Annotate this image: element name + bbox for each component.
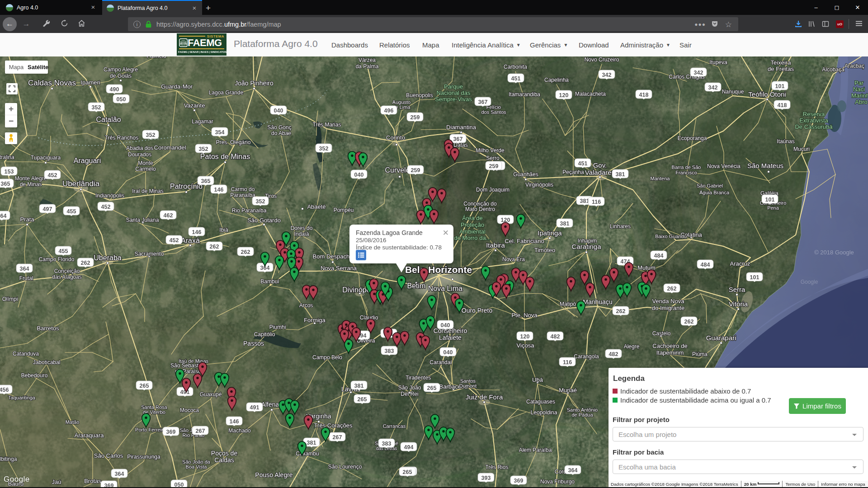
svg-text:040: 040	[441, 322, 450, 328]
svg-text:Lafaiete: Lafaiete	[439, 334, 462, 341]
svg-text:Uberlândia: Uberlândia	[62, 179, 100, 188]
svg-text:Abro: Abro	[855, 99, 867, 105]
svg-text:456: 456	[0, 387, 9, 393]
svg-text:Frutal: Frutal	[19, 275, 33, 282]
svg-text:050: 050	[117, 96, 126, 103]
svg-text:das Alagoas: das Alagoas	[52, 274, 81, 280]
svg-text:262: 262	[667, 286, 677, 292]
svg-text:101: 101	[765, 197, 775, 203]
svg-text:Novo Cruzeiro: Novo Cruzeiro	[585, 56, 619, 63]
svg-text:Serro: Serro	[486, 155, 500, 161]
svg-text:116: 116	[592, 199, 601, 205]
svg-text:Itabira: Itabira	[486, 241, 505, 249]
svg-text:Vazante: Vazante	[184, 102, 205, 109]
svg-text:Arcos: Arcos	[299, 302, 313, 309]
svg-text:Alcobaça: Alcobaça	[822, 66, 844, 73]
svg-text:Santa Juliana: Santa Juliana	[126, 217, 159, 223]
svg-text:Olímpi: Olímpi	[2, 296, 18, 302]
svg-text:451: 451	[578, 160, 588, 167]
svg-text:Águia Branca: Águia Branca	[699, 190, 730, 195]
svg-text:369: 369	[514, 478, 524, 484]
svg-text:Catalão: Catalão	[96, 116, 121, 123]
svg-text:Bom Despacho: Bom Despacho	[313, 253, 353, 260]
svg-text:381: 381	[580, 198, 590, 204]
svg-text:Betim: Betim	[407, 282, 426, 290]
svg-text:Gov.: Gov.	[593, 161, 607, 169]
svg-text:Milho Verde: Milho Verde	[476, 147, 505, 154]
svg-text:Del Rei: Del Rei	[401, 391, 418, 397]
svg-text:Mococa: Mococa	[180, 407, 199, 413]
svg-text:Três Marias: Três Marias	[313, 122, 341, 128]
svg-text:354: 354	[215, 129, 225, 136]
svg-text:482: 482	[551, 333, 560, 340]
svg-text:Carandaí: Carandaí	[429, 359, 452, 366]
svg-text:Virginópolis: Virginópolis	[525, 182, 553, 188]
svg-text:367: 367	[478, 99, 488, 105]
svg-text:496: 496	[384, 108, 394, 114]
svg-text:452: 452	[48, 172, 57, 178]
svg-text:Monte Alegre: Monte Alegre	[15, 175, 47, 182]
svg-text:Araguari: Araguari	[74, 157, 101, 164]
svg-text:Carangola: Carangola	[574, 353, 599, 360]
svg-text:Linhares: Linhares	[610, 223, 631, 230]
svg-text:Taquaritinga: Taquaritinga	[8, 395, 36, 400]
svg-text:Carmelo: Carmelo	[135, 166, 156, 172]
svg-text:Três Corações: Três Corações	[314, 422, 353, 429]
svg-text:494: 494	[404, 444, 414, 450]
svg-text:Aracruz: Aracruz	[730, 260, 750, 267]
svg-text:Inhapim: Inhapim	[578, 238, 597, 244]
svg-text:Caxambu: Caxambu	[296, 450, 319, 457]
svg-text:418: 418	[639, 92, 649, 98]
svg-text:265: 265	[358, 396, 367, 403]
svg-text:383: 383	[385, 348, 394, 354]
svg-text:Tupaciguara: Tupaciguara	[31, 155, 61, 161]
svg-text:Matão: Matão	[66, 419, 80, 425]
svg-text:342: 342	[708, 84, 718, 91]
svg-text:Teixeira: Teixeira	[771, 59, 792, 66]
svg-text:482: 482	[609, 351, 618, 357]
svg-text:484: 484	[701, 262, 710, 268]
svg-text:Cataguases: Cataguases	[526, 399, 555, 405]
svg-text:Francisco: Francisco	[675, 170, 697, 175]
svg-text:Guarda-Mor: Guarda-Mor	[161, 83, 193, 90]
svg-text:Corinto: Corinto	[386, 134, 405, 141]
svg-text:Pte. Nova: Pte. Nova	[511, 312, 538, 319]
svg-text:Piúma: Piúma	[692, 351, 708, 357]
svg-text:342: 342	[694, 70, 703, 76]
svg-text:dos Santos: dos Santos	[481, 109, 506, 115]
svg-text:São Gotardo: São Gotardo	[247, 217, 281, 224]
svg-text:Área de: Área de	[462, 215, 483, 221]
svg-text:Ouro Preto: Ouro Preto	[462, 307, 493, 314]
svg-text:Nova Venécia: Nova Venécia	[707, 163, 741, 169]
svg-text:259: 259	[410, 114, 420, 121]
svg-text:452: 452	[170, 237, 179, 244]
svg-text:367: 367	[453, 136, 463, 142]
svg-text:Mato Dentro: Mato Dentro	[465, 206, 495, 212]
svg-text:Viçosa: Viçosa	[517, 342, 535, 349]
svg-text:de Pádua: de Pádua	[571, 412, 593, 418]
svg-text:451: 451	[511, 75, 521, 82]
svg-text:De Cassurubá: De Cassurubá	[795, 123, 833, 130]
svg-text:Machado: Machado	[228, 427, 251, 434]
svg-text:Pres. Olegário: Pres. Olegário	[216, 139, 251, 145]
svg-text:262: 262	[81, 260, 90, 266]
svg-text:Matipó: Matipó	[560, 301, 576, 307]
svg-text:Caldas: Caldas	[214, 456, 234, 464]
svg-text:381: 381	[560, 221, 570, 227]
svg-text:040: 040	[274, 108, 283, 114]
svg-text:Alem Paraíba: Alem Paraíba	[519, 447, 552, 453]
svg-text:040: 040	[443, 349, 453, 356]
svg-text:Indaiá: Indaiá	[294, 231, 309, 237]
svg-text:381: 381	[616, 171, 625, 178]
svg-text:265: 265	[403, 469, 412, 475]
svg-text:Várzea: Várzea	[359, 57, 376, 63]
svg-text:Muriaé: Muriaé	[559, 387, 577, 394]
svg-text:Pompéu: Pompéu	[334, 207, 354, 213]
svg-text:491: 491	[250, 404, 259, 411]
svg-text:Conceição: Conceição	[54, 268, 80, 274]
svg-text:Mucuri: Mucuri	[793, 146, 810, 152]
svg-text:381: 381	[354, 383, 364, 389]
svg-text:262: 262	[241, 249, 250, 255]
svg-text:Porto Ferreira: Porto Ferreira	[135, 427, 166, 432]
svg-text:153: 153	[5, 169, 14, 175]
